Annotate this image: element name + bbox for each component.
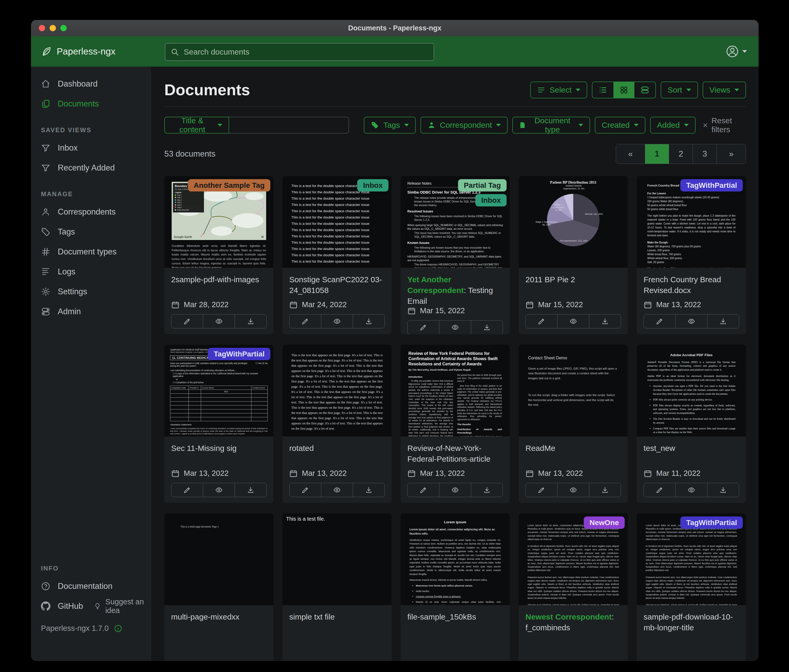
document-title[interactable]: Yet Another Correspondent: Testing Email — [407, 274, 503, 306]
created-filter-button[interactable]: Created — [595, 117, 645, 134]
document-card[interactable]: Another Sample Tag — [164, 176, 273, 334]
document-card[interactable]: Lorem ipsum Lorem ipsum dolor sit amet, … — [401, 513, 510, 661]
edit-button[interactable] — [526, 314, 557, 328]
download-button[interactable] — [235, 314, 267, 328]
edit-button[interactable] — [407, 483, 439, 497]
select-button[interactable]: Select — [530, 81, 587, 98]
sidebar-item-github[interactable]: GitHub — [31, 596, 83, 616]
view-button[interactable] — [557, 314, 589, 328]
tag-badge[interactable]: Inbox — [357, 179, 388, 191]
document-title[interactable]: French Country Bread Revised.docx — [644, 274, 739, 296]
edit-button[interactable] — [526, 483, 557, 497]
document-title[interactable]: 2sample-pdf-with-images — [171, 274, 267, 296]
document-title[interactable]: ReadMe — [525, 443, 621, 464]
view-mode-detail-button[interactable] — [634, 82, 655, 98]
edit-button[interactable] — [644, 314, 676, 328]
tag-badge[interactable]: TagWithPartial — [208, 348, 270, 360]
sidebar-item-correspondents[interactable]: Correspondents — [31, 202, 152, 222]
sidebar-item-inbox[interactable]: Inbox — [31, 138, 152, 158]
document-title[interactable]: Newest Correspondent: f_combineds — [525, 611, 621, 633]
view-button[interactable] — [676, 483, 707, 497]
document-card[interactable]: Contact Sheet Demo Given a set of image … — [519, 345, 628, 503]
download-button[interactable] — [353, 483, 385, 497]
sidebar-item-admin[interactable]: Admin — [31, 302, 152, 322]
app-brand[interactable]: Paperless-ngx — [40, 46, 115, 57]
view-button[interactable] — [321, 483, 353, 497]
correspondent-link[interactable]: Newest Correspondent — [525, 613, 612, 621]
zoom-window-button[interactable] — [61, 25, 67, 31]
sidebar-item-settings[interactable]: Settings — [31, 282, 152, 302]
document-title[interactable]: sample-pdf-download-10-mb-longer-title — [644, 611, 739, 633]
document-card[interactable]: NewOne Lorem ipsum dolor sit amet, conse… — [519, 513, 628, 661]
document-title[interactable]: multi-page-mixedxx — [171, 611, 267, 633]
edit-button[interactable] — [289, 483, 321, 497]
reset-filters-button[interactable]: × Reset filters — [703, 116, 746, 134]
info-circle-icon[interactable] — [114, 624, 122, 633]
download-button[interactable] — [235, 483, 267, 497]
download-button[interactable] — [707, 314, 739, 328]
tag-badge[interactable]: TagWithPartial — [680, 516, 743, 529]
search-input[interactable] — [183, 47, 434, 57]
suggest-idea-link[interactable]: Suggest an idea — [94, 597, 152, 615]
added-filter-button[interactable]: Added — [650, 117, 696, 134]
view-mode-grid-button[interactable] — [613, 82, 634, 98]
document-title[interactable]: simple txt file — [289, 611, 385, 633]
edit-button[interactable] — [289, 314, 321, 328]
document-card[interactable]: Review of New York Federal Petitions for… — [401, 345, 510, 503]
document-card[interactable]: Inbox This is a test for the double spac… — [283, 176, 391, 334]
document-type-filter-button[interactable]: Document type — [512, 117, 590, 134]
document-title[interactable]: Review-of-New-York-Federal-Petitions-art… — [407, 443, 503, 464]
sidebar-item-documents[interactable]: Documents — [31, 94, 152, 114]
edit-button[interactable] — [644, 483, 676, 497]
close-window-button[interactable] — [39, 25, 45, 31]
download-button[interactable] — [589, 314, 621, 328]
sidebar-item-recently-added[interactable]: Recently Added — [31, 158, 152, 178]
tag-badge[interactable]: Partial Tag — [458, 179, 506, 191]
sidebar-item-documentation[interactable]: Documentation — [31, 576, 152, 596]
download-button[interactable] — [589, 483, 621, 497]
view-button[interactable] — [676, 314, 707, 328]
title-content-input[interactable] — [229, 117, 349, 134]
view-button[interactable] — [439, 483, 471, 497]
document-card[interactable]: Adobe Acrobat PDF Files Adobe® Portable … — [637, 345, 746, 503]
download-button[interactable] — [707, 483, 739, 497]
download-button[interactable] — [471, 320, 503, 334]
view-button[interactable] — [203, 314, 235, 328]
correspondent-filter-button[interactable]: Correspondent — [420, 117, 508, 134]
document-title[interactable]: Sonstige ScanPC2022 03-24_081058 — [289, 274, 385, 296]
document-card[interactable]: TagWithPartial Lorem ipsum dolor sit ame… — [637, 513, 746, 661]
view-button[interactable] — [557, 483, 589, 497]
user-menu[interactable] — [726, 45, 747, 58]
tags-filter-button[interactable]: Tags — [364, 117, 415, 134]
document-title[interactable]: test_new — [644, 443, 739, 464]
sidebar-item-document-types[interactable]: Document types — [31, 242, 152, 262]
document-title[interactable]: Sec 11-Missing sig — [171, 443, 267, 464]
document-card[interactable]: This is the text that appears on the fir… — [283, 345, 391, 503]
sort-button[interactable]: Sort — [661, 81, 698, 98]
tag-badge[interactable]: NewOne — [584, 516, 625, 529]
edit-button[interactable] — [171, 314, 203, 328]
view-mode-list-button[interactable] — [593, 82, 613, 98]
document-card[interactable]: Partial Tag Inbox Release Notes Simba OD… — [401, 176, 510, 334]
tag-badge[interactable]: Inbox — [475, 194, 506, 206]
title-content-dropdown[interactable]: Title & content — [164, 117, 229, 134]
tag-badge[interactable]: TagWithPartial — [680, 179, 743, 191]
pagination-next[interactable]: » — [717, 144, 746, 164]
sidebar-item-tags[interactable]: Tags — [31, 222, 152, 242]
sidebar-item-logs[interactable]: Logs — [31, 262, 152, 282]
view-button[interactable] — [439, 320, 471, 334]
pagination-page-2[interactable]: 2 — [669, 144, 693, 164]
minimize-window-button[interactable] — [50, 25, 56, 31]
document-card[interactable]: TagWithPartial Application for Medical S… — [164, 345, 273, 503]
download-button[interactable] — [353, 314, 385, 328]
edit-button[interactable] — [407, 320, 439, 334]
document-card[interactable]: This is a multi page document. Page 1. m… — [164, 513, 273, 661]
sidebar-item-dashboard[interactable]: Dashboard — [31, 74, 152, 94]
view-button[interactable] — [321, 314, 353, 328]
global-search[interactable] — [165, 43, 434, 61]
views-button[interactable]: Views — [703, 81, 746, 98]
view-button[interactable] — [203, 483, 235, 497]
document-card[interactable]: This is a test file. simple txt file — [283, 513, 391, 661]
download-button[interactable] — [471, 483, 503, 497]
document-title[interactable]: 2011 BP Pie 2 — [525, 274, 621, 296]
